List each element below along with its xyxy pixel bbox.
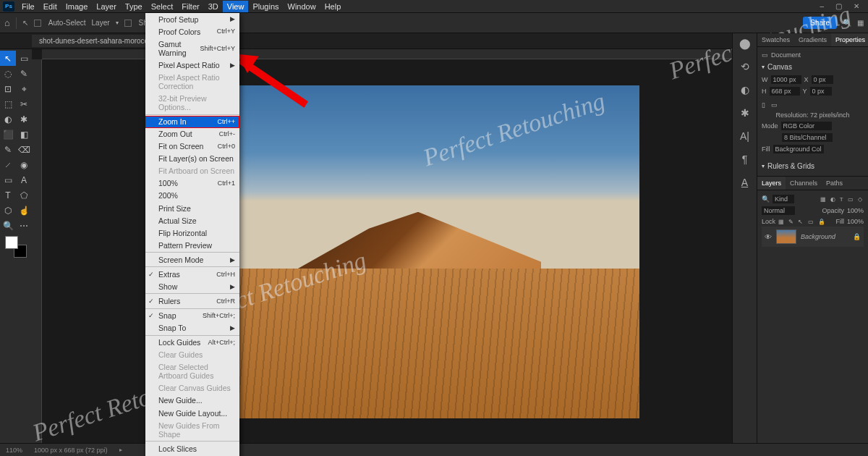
character-icon[interactable]: A|	[740, 130, 749, 142]
tool-0-1[interactable]: ▭	[16, 51, 32, 66]
maximize-icon[interactable]: ▢	[833, 1, 845, 11]
tab-layers[interactable]: Layers	[757, 177, 786, 190]
menu-item-extras[interactable]: ✓ExtrasCtrl+H	[145, 268, 239, 280]
minimize-icon[interactable]: –	[817, 1, 827, 11]
menu-item-fit-layer-s-on-screen[interactable]: Fit Layer(s) on Screen	[145, 153, 239, 165]
x-input[interactable]	[812, 75, 833, 84]
tool-3-1[interactable]: ✂	[16, 96, 32, 111]
tool-9-0[interactable]: T	[0, 187, 16, 203]
portrait-icon[interactable]: ▯	[762, 101, 765, 109]
menu-item-show[interactable]: Show▶	[145, 280, 239, 292]
lock-icons[interactable]: ▦ ✎ ↖ ▭ 🔒	[778, 219, 827, 225]
paragraph-icon[interactable]: ¶	[742, 153, 748, 165]
menu-item-200-[interactable]: 200%	[145, 190, 239, 202]
auto-select-checkbox[interactable]	[34, 20, 41, 27]
menu-item-screen-mode[interactable]: Screen Mode▶	[145, 253, 239, 266]
layer-filter-select[interactable]	[773, 195, 794, 203]
tool-4-0[interactable]: ◐	[0, 111, 16, 127]
zoom-level[interactable]: 110%	[6, 447, 22, 454]
menu-item-new-guide-layout-[interactable]: New Guide Layout...	[145, 407, 239, 419]
tab-swatches[interactable]: Swatches	[757, 33, 794, 46]
tab-paths[interactable]: Paths	[822, 177, 847, 190]
tool-11-0[interactable]: 🔍	[0, 218, 16, 233]
tool-4-1[interactable]: ✱	[16, 111, 32, 127]
menu-item-flip-horizontal[interactable]: Flip Horizontal	[145, 227, 239, 239]
menu-item-lock-guides[interactable]: Lock GuidesAlt+Ctrl+;	[145, 337, 239, 349]
menu-window[interactable]: Window	[284, 1, 320, 12]
chevron-right-icon[interactable]: ▸	[119, 447, 122, 453]
tool-6-0[interactable]: ✎	[0, 142, 16, 157]
menu-plugins[interactable]: Plugins	[248, 1, 283, 12]
menu-item-lock-slices[interactable]: Lock Slices	[145, 442, 239, 455]
fill-select[interactable]	[773, 145, 824, 153]
menu-view[interactable]: View	[223, 1, 249, 12]
tool-10-1[interactable]: ☝	[16, 203, 32, 218]
tool-5-1[interactable]: ◧	[16, 127, 32, 142]
tool-2-1[interactable]: ⌖	[16, 81, 32, 96]
height-input[interactable]	[770, 87, 800, 96]
tool-0-0[interactable]: ↖	[0, 51, 16, 66]
chevron-down-icon[interactable]: ▾	[762, 64, 765, 70]
show-transform-checkbox[interactable]	[124, 20, 132, 27]
blend-mode-select[interactable]	[762, 206, 795, 215]
tool-9-1[interactable]: ⬠	[16, 187, 32, 203]
tool-11-1[interactable]: ⋯	[16, 218, 32, 233]
menu-item-snap[interactable]: ✓SnapShift+Ctrl+;	[145, 310, 239, 322]
opacity-value[interactable]: 100%	[847, 207, 864, 214]
tool-1-0[interactable]: ◌	[0, 66, 16, 81]
tool-7-1[interactable]: ◉	[16, 157, 32, 172]
glyphs-icon[interactable]: A	[741, 177, 748, 188]
tool-3-0[interactable]: ⬚	[0, 96, 16, 111]
visibility-icon[interactable]: 👁	[765, 233, 772, 241]
chevron-down-icon[interactable]: ▾	[762, 163, 765, 169]
search-icon[interactable]: 🔍	[762, 195, 770, 203]
menu-item-fit-on-screen[interactable]: Fit on ScreenCtrl+0	[145, 140, 239, 153]
y-input[interactable]	[810, 87, 832, 96]
tool-2-0[interactable]: ⊡	[0, 81, 16, 96]
menu-item-proof-setup[interactable]: Proof Setup▶	[145, 13, 239, 25]
filter-icons[interactable]: ▦ ◐ T ▭ ◇	[820, 196, 864, 203]
fg-bg-color[interactable]	[5, 236, 27, 258]
fill-opacity-value[interactable]: 100%	[847, 218, 864, 225]
layer-row[interactable]: 👁 Background 🔒	[762, 227, 864, 247]
mode-select[interactable]	[781, 122, 832, 130]
menu-help[interactable]: Help	[320, 1, 346, 12]
workspace-icon[interactable]: ▦	[857, 19, 864, 27]
menu-item-snap-to[interactable]: Snap To▶	[145, 322, 239, 334]
depth-select[interactable]	[782, 133, 833, 142]
menu-item-zoom-in[interactable]: Zoom InCtrl++	[145, 116, 239, 128]
adjustments-icon[interactable]: ◐	[741, 84, 749, 96]
close-icon[interactable]: ✕	[851, 1, 862, 11]
menu-item-100-[interactable]: 100%Ctrl+1	[145, 177, 239, 190]
tool-1-1[interactable]: ✎	[16, 66, 32, 81]
menu-item-rulers[interactable]: ✓RulersCtrl+R	[145, 295, 239, 307]
menu-item-print-size[interactable]: Print Size	[145, 202, 239, 214]
menu-layer[interactable]: Layer	[92, 1, 121, 12]
menu-filter[interactable]: Filter	[177, 1, 203, 12]
menu-item-new-guide-[interactable]: New Guide...	[145, 394, 239, 407]
tool-8-0[interactable]: ▭	[0, 172, 16, 187]
menu-item-proof-colors[interactable]: Proof ColorsCtrl+Y	[145, 25, 239, 38]
color-icon[interactable]: ⬤	[739, 38, 751, 49]
brushes-icon[interactable]: ✱	[741, 107, 749, 119]
tool-8-1[interactable]: A	[16, 172, 32, 187]
tab-channels[interactable]: Channels	[786, 177, 822, 190]
tool-10-0[interactable]: ⬡	[0, 203, 16, 218]
home-icon[interactable]: ⌂	[4, 17, 10, 28]
width-input[interactable]	[771, 75, 801, 84]
menu-item-pattern-preview[interactable]: Pattern Preview	[145, 239, 239, 251]
layer-dropdown[interactable]: Layer	[92, 19, 110, 27]
menu-select[interactable]: Select	[147, 1, 178, 12]
menu-item-pixel-aspect-ratio[interactable]: Pixel Aspect Ratio▶	[145, 59, 239, 71]
tab-gradients[interactable]: Gradients	[794, 33, 831, 46]
menu-edit[interactable]: Edit	[39, 1, 61, 12]
menu-image[interactable]: Image	[61, 1, 93, 12]
tool-6-1[interactable]: ⌫	[16, 142, 32, 157]
history-icon[interactable]: ⟲	[741, 61, 749, 72]
tool-7-0[interactable]: ⟋	[0, 157, 16, 172]
search-icon[interactable]: 🔍	[843, 19, 851, 27]
landscape-icon[interactable]: ▭	[771, 101, 778, 109]
tool-5-0[interactable]: ⬛	[0, 127, 16, 142]
menu-type[interactable]: Type	[121, 1, 147, 12]
menu-3d[interactable]: 3D	[204, 1, 223, 12]
